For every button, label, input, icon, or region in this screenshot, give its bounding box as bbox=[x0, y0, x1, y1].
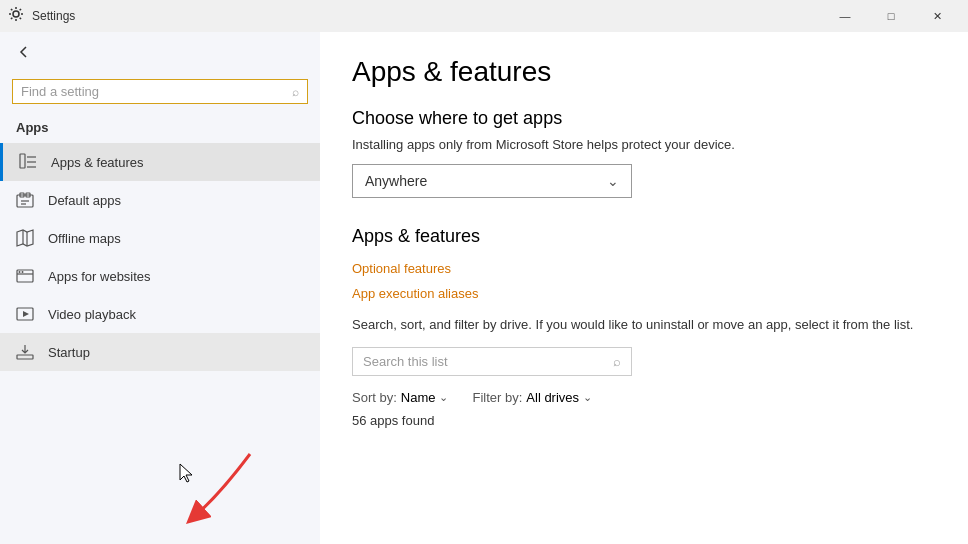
optional-features-link[interactable]: Optional features bbox=[352, 261, 936, 276]
search-desc: Search, sort, and filter by drive. If yo… bbox=[352, 315, 936, 335]
sort-filter-row: Sort by: Name ⌄ Filter by: All drives ⌄ bbox=[352, 390, 936, 405]
sidebar-item-label: Offline maps bbox=[48, 231, 121, 246]
sidebar-item-apps-features[interactable]: Apps & features bbox=[0, 143, 320, 181]
apps-source-dropdown[interactable]: Anywhere ⌄ bbox=[352, 164, 632, 198]
svg-point-15 bbox=[19, 271, 21, 273]
sidebar-item-offline-maps[interactable]: Offline maps bbox=[0, 219, 320, 257]
filter-value: All drives bbox=[526, 390, 579, 405]
back-button[interactable] bbox=[0, 32, 320, 75]
sidebar: ⌕ Apps Apps & features bbox=[0, 32, 320, 544]
app-body: ⌕ Apps Apps & features bbox=[0, 32, 968, 544]
svg-marker-10 bbox=[17, 230, 33, 246]
list-search-input[interactable] bbox=[363, 354, 607, 369]
sort-label: Sort by: bbox=[352, 390, 397, 405]
sidebar-search-input[interactable] bbox=[21, 84, 286, 99]
sidebar-item-startup[interactable]: Startup bbox=[0, 333, 320, 371]
startup-icon bbox=[16, 343, 34, 361]
choose-section-title: Choose where to get apps bbox=[352, 108, 936, 129]
sidebar-item-default-apps[interactable]: Default apps bbox=[0, 181, 320, 219]
sidebar-search-box[interactable]: ⌕ bbox=[12, 79, 308, 104]
arrow-annotation bbox=[140, 444, 270, 534]
filter-chevron-icon: ⌄ bbox=[583, 391, 592, 404]
sidebar-section-label: Apps bbox=[0, 116, 320, 143]
offline-maps-icon bbox=[16, 229, 34, 247]
back-icon bbox=[16, 44, 32, 63]
page-title: Apps & features bbox=[352, 56, 936, 88]
chevron-down-icon: ⌄ bbox=[607, 173, 619, 189]
sidebar-item-apps-websites[interactable]: Apps for websites bbox=[0, 257, 320, 295]
sort-value: Name bbox=[401, 390, 436, 405]
apps-websites-icon bbox=[16, 267, 34, 285]
svg-point-16 bbox=[22, 271, 24, 273]
titlebar: Settings — □ ✕ bbox=[0, 0, 968, 32]
sidebar-item-label: Default apps bbox=[48, 193, 121, 208]
filter-label: Filter by: bbox=[472, 390, 522, 405]
sidebar-item-label: Apps for websites bbox=[48, 269, 151, 284]
apps-features-section-title: Apps & features bbox=[352, 226, 936, 247]
minimize-button[interactable]: — bbox=[822, 0, 868, 32]
video-playback-icon bbox=[16, 305, 34, 323]
sidebar-item-video-playback[interactable]: Video playback bbox=[0, 295, 320, 333]
default-apps-icon bbox=[16, 191, 34, 209]
settings-icon bbox=[8, 6, 24, 26]
sidebar-item-label: Apps & features bbox=[51, 155, 144, 170]
titlebar-title: Settings bbox=[32, 9, 822, 23]
sidebar-item-label: Startup bbox=[48, 345, 90, 360]
maximize-button[interactable]: □ bbox=[868, 0, 914, 32]
list-search-icon: ⌕ bbox=[613, 354, 621, 369]
svg-point-0 bbox=[13, 11, 19, 17]
close-button[interactable]: ✕ bbox=[914, 0, 960, 32]
apps-found-count: 56 apps found bbox=[352, 413, 936, 428]
content-area: Apps & features Choose where to get apps… bbox=[320, 32, 968, 544]
dropdown-row: Anywhere ⌄ bbox=[352, 164, 936, 198]
filter-by-control[interactable]: Filter by: All drives ⌄ bbox=[472, 390, 592, 405]
apps-features-icon bbox=[19, 153, 37, 171]
svg-rect-1 bbox=[20, 154, 25, 168]
choose-section-desc: Installing apps only from Microsoft Stor… bbox=[352, 137, 936, 152]
app-execution-link[interactable]: App execution aliases bbox=[352, 286, 936, 301]
window-controls: — □ ✕ bbox=[822, 0, 960, 32]
list-search-box[interactable]: ⌕ bbox=[352, 347, 632, 376]
sort-chevron-icon: ⌄ bbox=[439, 391, 448, 404]
dropdown-value: Anywhere bbox=[365, 173, 427, 189]
cursor-annotation bbox=[178, 462, 196, 488]
sidebar-search-icon: ⌕ bbox=[292, 85, 299, 99]
sort-by-control[interactable]: Sort by: Name ⌄ bbox=[352, 390, 448, 405]
svg-rect-19 bbox=[17, 355, 33, 359]
sidebar-item-label: Video playback bbox=[48, 307, 136, 322]
svg-marker-18 bbox=[23, 311, 29, 317]
